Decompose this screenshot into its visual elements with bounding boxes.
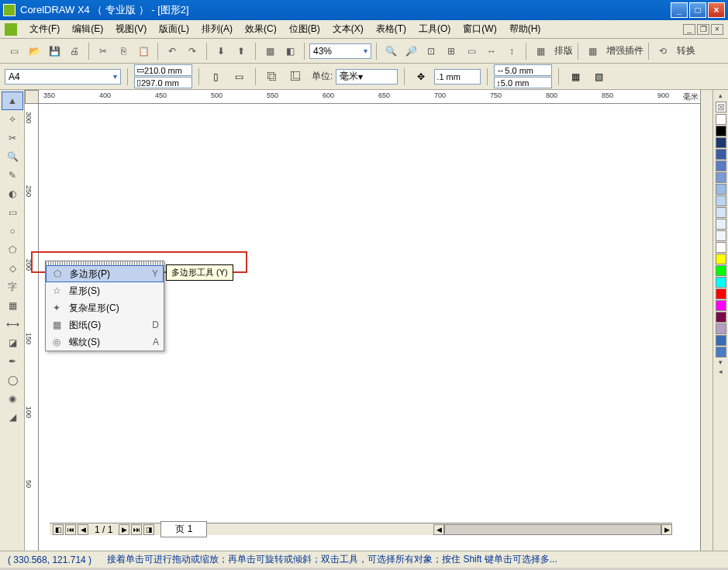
color-swatch[interactable] — [716, 219, 726, 230]
welcome-button[interactable]: ◧ — [281, 42, 299, 60]
zoom-width-button[interactable]: ↔ — [482, 42, 501, 60]
page-tab-1[interactable]: 页 1 — [160, 521, 207, 537]
new-button[interactable]: ▭ — [5, 42, 23, 60]
flyout-item-1[interactable]: ☆星形(S) — [46, 282, 164, 299]
zoom-page-button[interactable]: ▭ — [462, 42, 481, 60]
tool-fill[interactable]: ◉ — [2, 389, 23, 408]
zoom-selection-button[interactable]: ⊡ — [422, 42, 440, 60]
flyout-item-0[interactable]: ⬠多边形(P)Y — [46, 265, 164, 282]
palette-expand-button[interactable]: ◂ — [715, 368, 726, 377]
opt1-button[interactable]: ▦ — [565, 67, 585, 87]
color-swatch[interactable] — [716, 335, 726, 346]
menu-file[interactable]: 文件(F) — [23, 21, 66, 37]
tool-table[interactable]: ▦ — [2, 296, 23, 315]
scrollbar-horizontal[interactable]: ◧ ⏮ ◀ 1 / 1 ▶ ⏭ ◨ 页 1 ◀ ▶ — [50, 523, 672, 535]
flyout-item-4[interactable]: ◎螺纹(S)A — [46, 333, 164, 351]
mdi-restore-button[interactable]: ❐ — [697, 24, 709, 35]
print-button[interactable]: 🖨 — [65, 42, 84, 60]
menu-effects[interactable]: 效果(C) — [239, 21, 283, 37]
page-prev-button[interactable]: ◀ — [78, 524, 88, 535]
zoom-all-button[interactable]: ⊞ — [442, 42, 461, 60]
mdi-minimize-button[interactable]: _ — [683, 24, 695, 35]
menu-text[interactable]: 文本(X) — [326, 21, 370, 37]
ruler-vertical[interactable]: 30025020015010050 — [25, 104, 39, 551]
duplicate-x-input[interactable]: ↔ 5.0 mm — [494, 64, 552, 76]
menu-edit[interactable]: 编辑(E) — [66, 21, 109, 37]
ruler-horizontal[interactable]: 毫米 350400450500550600650700750800850900 — [25, 90, 700, 104]
maximize-button[interactable]: □ — [689, 2, 706, 18]
menu-table[interactable]: 表格(T) — [370, 21, 412, 37]
open-button[interactable]: 📂 — [25, 42, 43, 60]
color-swatch[interactable] — [716, 265, 726, 276]
menu-layout[interactable]: 版面(L) — [153, 21, 195, 37]
color-swatch[interactable] — [716, 312, 726, 323]
color-swatch[interactable] — [716, 114, 726, 125]
page-height-input[interactable]: ▯ 297.0 mm — [134, 77, 192, 88]
color-swatch[interactable] — [716, 172, 726, 183]
zoom-out-button[interactable]: 🔎 — [402, 42, 420, 60]
color-swatch[interactable] — [716, 288, 726, 299]
tool-zoom[interactable]: 🔍 — [2, 147, 23, 166]
menu-view[interactable]: 视图(V) — [109, 21, 153, 37]
unit-select[interactable]: 毫米 ▾ — [336, 69, 398, 85]
pages-button[interactable]: ⿻ — [262, 67, 282, 87]
tool-ellipse[interactable]: ○ — [2, 222, 23, 240]
scroll-right-button[interactable]: ▶ — [661, 524, 672, 535]
minimize-button[interactable]: _ — [671, 2, 688, 18]
page-first-button[interactable]: ⏮ — [65, 524, 76, 535]
app-launcher-button[interactable]: ▦ — [260, 42, 279, 60]
flyout-item-2[interactable]: ✦复杂星形(C) — [46, 299, 164, 316]
menu-window[interactable]: 窗口(W) — [457, 21, 502, 37]
tool-outline[interactable]: ◯ — [2, 371, 23, 389]
import-button[interactable]: ⬇ — [212, 42, 230, 60]
tool-freehand[interactable]: ✎ — [2, 166, 23, 185]
color-swatch[interactable] — [716, 254, 726, 264]
color-swatch[interactable] — [716, 323, 726, 334]
tool-dimension[interactable]: ⟷ — [2, 315, 23, 333]
scroll-track[interactable] — [444, 524, 661, 535]
zoom-in-button[interactable]: 🔍 — [381, 42, 400, 60]
page-next-button[interactable]: ▶ — [119, 524, 129, 535]
paper-select[interactable]: A4 ▾ — [5, 69, 121, 85]
plugin-button[interactable]: ▦ — [583, 42, 602, 60]
tool-interactive[interactable]: ◪ — [2, 333, 23, 352]
page-add-after-button[interactable]: ◨ — [143, 524, 154, 535]
zoom-select[interactable]: 43% ▾ — [309, 43, 371, 59]
color-swatch[interactable] — [716, 126, 726, 136]
tool-shape[interactable]: ✧ — [2, 110, 23, 129]
tool-pick[interactable]: ▲ — [2, 92, 23, 110]
color-swatch[interactable] — [716, 277, 726, 288]
palette-up-button[interactable]: ▴ — [715, 92, 726, 101]
color-swatch[interactable] — [716, 184, 726, 195]
mdi-close-button[interactable]: × — [711, 24, 723, 35]
nudge-input[interactable]: .1 mm — [434, 69, 481, 85]
transform-button[interactable]: ⟲ — [654, 42, 672, 60]
zoom-height-button[interactable]: ↕ — [502, 42, 521, 60]
tool-rectangle[interactable]: ▭ — [2, 203, 23, 222]
tool-smart-fill[interactable]: ◐ — [2, 185, 23, 203]
redo-button[interactable]: ↷ — [183, 42, 202, 60]
copy-button[interactable]: ⎘ — [114, 42, 133, 60]
tool-text[interactable]: 字 — [2, 278, 23, 296]
scrollbar-vertical[interactable] — [700, 90, 712, 551]
page-last-button[interactable]: ⏭ — [131, 524, 142, 535]
color-swatch[interactable] — [716, 230, 726, 241]
palette-down-button[interactable]: ▾ — [715, 358, 726, 368]
export-button[interactable]: ⬆ — [232, 42, 250, 60]
color-swatch[interactable] — [716, 207, 726, 218]
snap-button[interactable]: ▦ — [531, 42, 550, 60]
tool-interactive-fill[interactable]: ◢ — [2, 408, 23, 427]
color-swatch[interactable] — [716, 137, 726, 148]
menu-help[interactable]: 帮助(H) — [503, 21, 547, 37]
color-swatch[interactable] — [716, 149, 726, 160]
color-swatch[interactable] — [716, 195, 726, 206]
landscape-button[interactable]: ▭ — [229, 67, 249, 87]
page-add-button[interactable]: ◧ — [53, 524, 64, 535]
page-width-input[interactable]: ▭ 210.0 mm — [134, 64, 192, 76]
facing-pages-button[interactable]: ⿺ — [285, 67, 305, 87]
color-swatch[interactable] — [716, 242, 726, 253]
menu-bitmaps[interactable]: 位图(B) — [283, 21, 326, 37]
menu-arrange[interactable]: 排列(A) — [195, 21, 239, 37]
scroll-left-button[interactable]: ◀ — [433, 524, 444, 535]
color-swatch[interactable] — [716, 161, 726, 171]
